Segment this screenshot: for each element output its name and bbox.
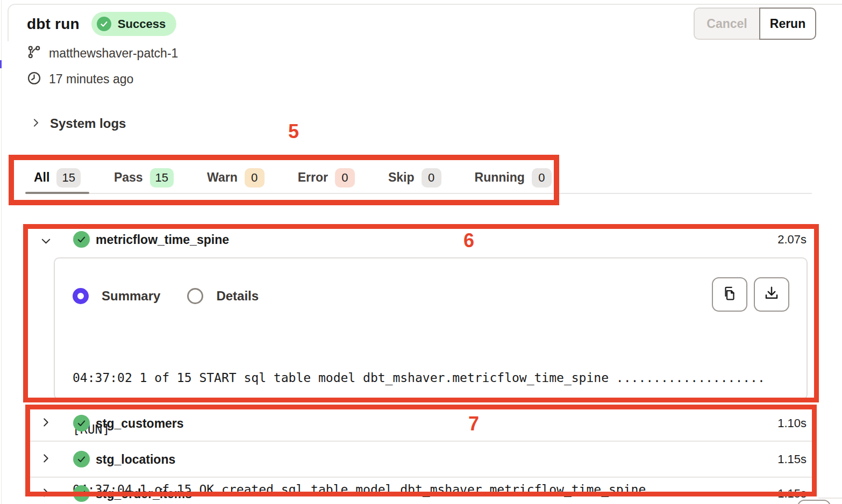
- tab-warn-label: Warn: [207, 170, 238, 185]
- run-actions: Cancel Rerun: [694, 8, 816, 40]
- annotation-number-5: 5: [288, 120, 299, 143]
- model-name[interactable]: stg_locations: [96, 452, 175, 467]
- model-duration: 2.07s: [777, 233, 807, 247]
- radio-selected-icon[interactable]: [73, 288, 89, 304]
- details-option[interactable]: Details: [187, 288, 259, 304]
- tab-all-count: 15: [56, 168, 80, 188]
- run-time-ago: 17 minutes ago: [49, 72, 133, 87]
- rerun-button[interactable]: Rerun: [759, 8, 816, 40]
- details-label: Details: [216, 289, 259, 304]
- status-filter-tabs: All 15 Pass 15 Warn 0 Error 0 Skip 0 Run…: [25, 162, 812, 194]
- chevron-right-icon[interactable]: [40, 452, 52, 466]
- summary-label: Summary: [102, 289, 160, 304]
- chevron-right-icon[interactable]: [40, 416, 52, 430]
- download-log-button[interactable]: [754, 277, 789, 312]
- tab-skip[interactable]: Skip 0: [380, 162, 450, 193]
- model-duration: 1.15s: [777, 452, 807, 466]
- tab-pass[interactable]: Pass 15: [105, 162, 182, 193]
- system-logs-toggle[interactable]: System logs: [30, 116, 126, 131]
- row-divider: [30, 477, 812, 478]
- table-row[interactable]: stg_customers 1.10s: [30, 414, 812, 435]
- partial-bottom-button[interactable]: [797, 500, 831, 504]
- copy-log-button[interactable]: [712, 277, 747, 312]
- model-duration: 1.15s: [777, 487, 807, 501]
- tab-running[interactable]: Running 0: [466, 162, 560, 193]
- table-row[interactable]: stg_locations 1.15s: [30, 450, 812, 471]
- chevron-right-icon: [30, 117, 41, 131]
- clock-icon: [27, 71, 41, 88]
- header: dbt run Success: [27, 12, 176, 36]
- model-name[interactable]: stg_customers: [96, 416, 184, 431]
- branch-name: matthewshaver-patch-1: [49, 46, 178, 61]
- log-view-options: Summary Details: [73, 288, 259, 304]
- tab-skip-count: 0: [422, 168, 441, 188]
- tab-pass-label: Pass: [114, 170, 143, 185]
- success-status-icon: [73, 485, 90, 502]
- collapse-chevron-down-icon[interactable]: [40, 235, 52, 249]
- cancel-button[interactable]: Cancel: [694, 8, 759, 40]
- time-row: 17 minutes ago: [27, 71, 133, 88]
- tab-pass-count: 15: [150, 168, 174, 188]
- status-badge-label: Success: [118, 17, 166, 31]
- tab-all-label: All: [34, 170, 49, 185]
- success-check-icon: [97, 17, 111, 31]
- log-line: 04:37:02 1 of 15 START sql table model d…: [73, 369, 765, 386]
- tab-warn[interactable]: Warn 0: [198, 162, 273, 193]
- model-name[interactable]: metricflow_time_spine: [96, 233, 229, 247]
- tab-error-count: 0: [335, 168, 355, 188]
- summary-option[interactable]: Summary: [73, 288, 160, 304]
- tab-all[interactable]: All 15: [25, 162, 89, 193]
- git-branch-icon: [27, 45, 41, 62]
- tab-skip-label: Skip: [388, 170, 415, 185]
- radio-unselected-icon[interactable]: [187, 288, 203, 304]
- model-name[interactable]: stg_order_items: [96, 487, 192, 501]
- chevron-right-icon[interactable]: [40, 487, 52, 501]
- bottom-right-divider: [818, 498, 842, 499]
- tab-error[interactable]: Error 0: [289, 162, 363, 193]
- system-logs-label: System logs: [50, 116, 126, 131]
- branch-row: matthewshaver-patch-1: [27, 45, 178, 62]
- run-details-page: dbt run Success matthewshaver-patch-1 17…: [0, 0, 842, 504]
- tab-running-label: Running: [475, 170, 525, 185]
- page-title: dbt run: [27, 16, 80, 33]
- success-status-icon: [73, 415, 90, 431]
- left-edge-line: [1, 0, 2, 504]
- tab-warn-count: 0: [245, 168, 265, 188]
- copy-icon: [722, 285, 738, 304]
- download-icon: [763, 285, 780, 304]
- row-divider: [30, 441, 812, 442]
- table-row[interactable]: stg_order_items 1.15s: [30, 484, 812, 504]
- log-detail-card: Summary Details 04:37:02 1 of 15 START s…: [54, 257, 808, 400]
- tab-error-label: Error: [298, 170, 328, 185]
- model-duration: 1.10s: [777, 416, 807, 430]
- success-status-icon: [73, 451, 90, 467]
- left-blue-marker: [0, 60, 2, 68]
- status-badge: Success: [91, 12, 176, 36]
- annotation-number-6: 6: [463, 229, 474, 252]
- tab-running-count: 0: [532, 168, 552, 188]
- success-status-icon: [73, 231, 90, 248]
